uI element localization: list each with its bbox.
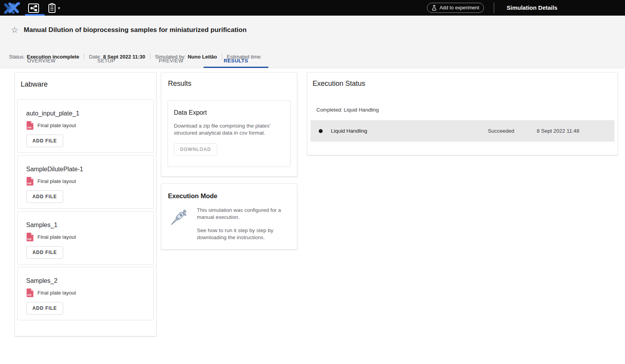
csv-file-icon[interactable]: csv	[26, 177, 34, 186]
svg-text:csv: csv	[27, 238, 32, 240]
execution-status-title: Execution Status	[312, 80, 614, 88]
labware-name: Samples_2	[26, 277, 145, 284]
add-file-button[interactable]: ADD FILE	[26, 190, 63, 203]
data-export-description: Download a zip file comprising the plate…	[174, 123, 283, 137]
flask-icon	[432, 5, 437, 11]
svg-text:csv: csv	[27, 293, 32, 296]
tab-setup[interactable]: SETUP	[74, 53, 139, 68]
add-file-button[interactable]: ADD FILE	[26, 246, 63, 259]
completed-summary: Completed: Liquid Handling	[316, 107, 614, 113]
labware-title: Labware	[21, 80, 154, 89]
tab-results[interactable]: RESULTS	[204, 53, 268, 68]
execution-mode-line1: This simulation was configured for a man…	[197, 207, 291, 221]
tab-results-label: RESULTS	[224, 58, 248, 64]
data-export-card: Data Export Download a zip file comprisi…	[168, 100, 291, 167]
file-link[interactable]: Final plate layout	[38, 290, 76, 296]
labware-panel: Labware auto_input_plate_1 csv Final pla…	[14, 72, 157, 336]
status-dot-icon	[319, 129, 323, 133]
page-title: Simulation Details	[507, 4, 557, 11]
chevron-down-icon: ▾	[58, 6, 60, 10]
labware-card: Samples_2 csv Final plate layout ADD FIL…	[17, 267, 154, 320]
results-content: Labware auto_input_plate_1 csv Final pla…	[0, 69, 625, 364]
data-export-title: Data Export	[174, 109, 283, 116]
labware-name: auto_input_plate_1	[26, 110, 145, 117]
results-title: Results	[168, 80, 291, 88]
company-logo-icon[interactable]	[3, 2, 20, 15]
labware-card: Samples_1 csv Final plate layout ADD FIL…	[17, 211, 154, 265]
status-row-timestamp: 8 Sept 2022 11:48	[537, 128, 579, 134]
file-link[interactable]: Final plate layout	[38, 234, 76, 240]
execution-status-panel: Execution Status Completed: Liquid Handl…	[307, 72, 618, 155]
workflow-builder-icon[interactable]	[26, 2, 41, 14]
tab-bar: OVERVIEW SETUP PREVIEW RESULTS	[9, 53, 268, 68]
pipette-icon	[168, 207, 190, 231]
labware-card: auto_input_plate_1 csv Final plate layou…	[17, 99, 154, 153]
add-file-button[interactable]: ADD FILE	[26, 302, 63, 314]
active-tab-indicator	[204, 67, 268, 68]
labware-name: SampleDilutePlate-1	[26, 166, 145, 173]
top-app-bar: ▾ Add to experiment Simulation Details	[0, 0, 625, 16]
csv-file-icon[interactable]: csv	[26, 233, 34, 241]
topbar-divider	[494, 2, 494, 13]
labware-card: SampleDilutePlate-1 csv Final plate layo…	[17, 155, 154, 209]
csv-file-icon[interactable]: csv	[26, 288, 34, 297]
download-button[interactable]: DOWNLOAD	[174, 143, 217, 156]
execution-mode-title: Execution Mode	[168, 192, 291, 200]
file-link[interactable]: Final plate layout	[38, 178, 76, 184]
simulation-title: Manual Dilution of bioprocessing samples…	[24, 26, 247, 34]
svg-text:csv: csv	[27, 126, 32, 129]
tab-preview[interactable]: PREVIEW	[139, 53, 204, 68]
results-panel: Results Data Export Download a zip file …	[161, 72, 297, 177]
file-link[interactable]: Final plate layout	[38, 123, 76, 128]
execution-mode-panel: Execution Mode	[161, 183, 297, 250]
favorite-star-icon[interactable]: ☆	[11, 26, 18, 34]
status-row-name: Liquid Handling	[331, 128, 367, 134]
svg-text:csv: csv	[27, 182, 32, 185]
simulation-details-page: ▾ Add to experiment Simulation Details ☆…	[0, 0, 625, 364]
tab-overview[interactable]: OVERVIEW	[9, 53, 74, 68]
csv-file-icon[interactable]: csv	[26, 121, 34, 130]
status-row-result: Succeeded	[488, 128, 514, 134]
labware-name: Samples_1	[26, 222, 145, 229]
add-file-button[interactable]: ADD FILE	[26, 135, 63, 147]
execution-mode-line2: See how to run it step by step by downlo…	[197, 227, 291, 241]
add-to-experiment-label: Add to experiment	[439, 5, 479, 11]
add-to-experiment-button[interactable]: Add to experiment	[427, 3, 484, 13]
execution-status-row[interactable]: Liquid Handling Succeeded 8 Sept 2022 11…	[311, 120, 614, 142]
simulation-header: ☆ Manual Dilution of bioprocessing sampl…	[0, 16, 625, 68]
protocol-clipboard-icon[interactable]: ▾	[46, 2, 62, 14]
